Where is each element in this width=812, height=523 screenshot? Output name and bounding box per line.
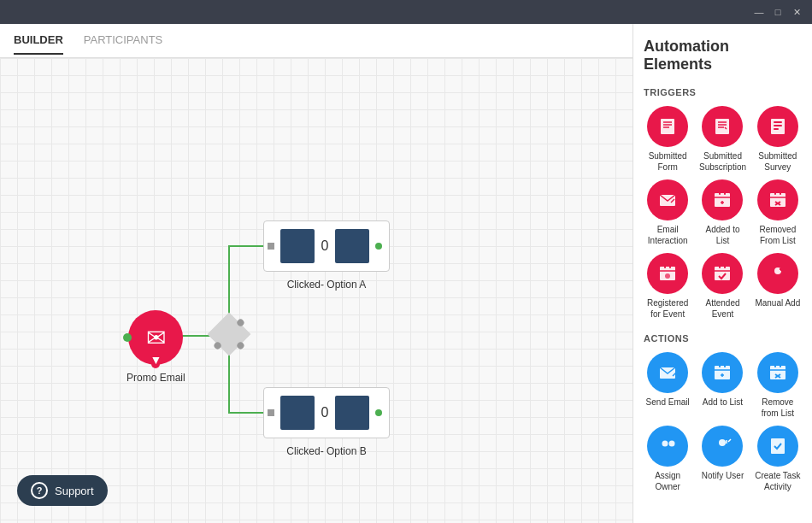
email-interaction-label: Email Interaction: [644, 224, 691, 246]
action-send-email[interactable]: Send Email: [644, 352, 691, 419]
remove-from-list-label: Remove from List: [754, 397, 802, 419]
diamond-dot-bottom: [213, 341, 222, 350]
trigger-registered-for-event[interactable]: Registered for Event: [644, 253, 691, 320]
svg-rect-1: [661, 119, 674, 134]
action-add-to-list[interactable]: Add to List: [698, 352, 746, 419]
removed-from-list-icon: [757, 179, 798, 220]
registered-for-event-icon: [647, 253, 688, 294]
option-b-left-dot: [268, 409, 274, 416]
svg-rect-29: [664, 265, 666, 268]
svg-rect-34: [719, 265, 721, 268]
submitted-survey-label: Submitted Survey: [754, 150, 802, 173]
submitted-survey-icon: [757, 106, 798, 147]
submitted-form-icon: [647, 106, 688, 147]
triggers-section-label: TRIGGERS: [644, 87, 802, 97]
triggers-grid: Submitted Form Submitted Subscription Su…: [644, 106, 802, 320]
option-box-a[interactable]: 0: [263, 220, 390, 272]
option-b-right-seg: [335, 396, 369, 430]
actions-grid: Send Email Add to List Remove from List …: [644, 352, 802, 492]
nav-tabs: BUILDER PARTICIPANTS: [0, 24, 633, 58]
option-a-count: 0: [321, 238, 329, 254]
svg-rect-35: [724, 265, 726, 268]
option-b-right-dot: [375, 409, 382, 416]
svg-rect-5: [715, 119, 729, 134]
trigger-submitted-form[interactable]: Submitted Form: [644, 106, 691, 173]
svg-rect-13: [774, 128, 779, 130]
add-to-list-icon: [702, 352, 743, 393]
sidebar-title: Automation Elements: [644, 38, 802, 73]
email-node[interactable]: ✉ ▼ Promo Email: [127, 310, 185, 384]
option-b-count: 0: [321, 405, 329, 420]
svg-point-55: [669, 441, 675, 447]
diamond-dot-right: [236, 341, 245, 350]
send-email-icon: [647, 352, 688, 393]
create-task-activity-label: Create Task Activity: [754, 470, 802, 492]
assign-owner-label: Assign Owner: [644, 470, 691, 492]
send-email-label: Send Email: [646, 397, 690, 408]
tab-participants[interactable]: PARTICIPANTS: [84, 26, 162, 55]
svg-rect-48: [770, 366, 786, 379]
svg-point-32: [665, 273, 670, 279]
trigger-removed-from-list[interactable]: Removed From List: [754, 179, 802, 246]
registered-for-event-label: Registered for Event: [644, 297, 691, 320]
canvas-area: BUILDER PARTICIPANTS: [0, 24, 633, 523]
trigger-email-interaction[interactable]: Email Interaction: [644, 179, 691, 246]
attended-event-icon: [702, 253, 743, 294]
support-label: Support: [55, 485, 94, 497]
svg-rect-17: [719, 191, 721, 195]
notify-user-label: Notify User: [702, 470, 744, 481]
email-node-icon: ✉ ▼: [128, 310, 183, 365]
svg-rect-49: [774, 364, 776, 367]
title-bar: — □ ✕: [0, 0, 812, 24]
action-assign-owner[interactable]: Assign Owner: [644, 426, 691, 492]
submitted-form-label: Submitted Form: [644, 150, 691, 173]
support-icon: ?: [31, 482, 48, 499]
svg-rect-24: [780, 191, 781, 195]
svg-rect-22: [770, 193, 786, 207]
option-a-right-seg: [335, 229, 369, 263]
trigger-added-to-list[interactable]: Added to List: [698, 179, 746, 246]
minimize-button[interactable]: —: [750, 3, 768, 21]
support-button[interactable]: ? Support: [17, 475, 108, 506]
svg-rect-50: [780, 364, 781, 367]
trigger-submitted-subscription[interactable]: Submitted Subscription: [698, 106, 746, 173]
option-b-left-seg: [280, 396, 315, 430]
email-node-label: Promo Email: [127, 372, 185, 384]
trigger-manual-add[interactable]: Manual Add: [754, 253, 802, 320]
create-task-activity-icon: [757, 426, 798, 467]
tab-builder[interactable]: BUILDER: [14, 26, 63, 55]
canvas[interactable]: ✉ ▼ Promo Email 0 Clicked- Option: [0, 58, 633, 523]
svg-rect-42: [715, 366, 730, 379]
action-remove-from-list[interactable]: Remove from List: [754, 352, 802, 419]
removed-from-list-label: Removed From List: [754, 224, 802, 246]
remove-from-list-icon: [757, 352, 798, 393]
decision-diamond[interactable]: [208, 313, 251, 356]
assign-owner-icon: [647, 426, 688, 467]
actions-section-label: ACTIONS: [644, 333, 802, 344]
option-box-b[interactable]: 0: [263, 387, 390, 438]
svg-point-54: [662, 441, 668, 447]
option-a-label: Clicked- Option A: [263, 279, 390, 291]
option-a-left-dot: [268, 243, 274, 250]
add-to-list-label: Add to List: [703, 397, 743, 408]
trigger-attended-event[interactable]: Attended Event: [698, 253, 746, 320]
trigger-submitted-survey[interactable]: Submitted Survey: [754, 106, 802, 173]
action-create-task-activity[interactable]: Create Task Activity: [754, 426, 802, 492]
email-interaction-icon: [647, 179, 688, 220]
svg-rect-44: [724, 364, 726, 367]
action-notify-user[interactable]: Notify User: [698, 426, 746, 492]
svg-rect-59: [771, 438, 785, 454]
notify-user-icon: [702, 426, 743, 467]
svg-rect-12: [774, 125, 782, 126]
option-a-left-seg: [280, 229, 315, 263]
option-b-label: Clicked- Option B: [263, 445, 390, 457]
svg-rect-43: [719, 364, 721, 367]
svg-rect-16: [715, 193, 730, 207]
svg-rect-18: [724, 191, 726, 195]
svg-line-58: [728, 439, 731, 442]
svg-rect-30: [669, 265, 671, 268]
close-button[interactable]: ✕: [788, 3, 805, 21]
output-dot-left: [123, 333, 132, 342]
diamond-dot-top: [236, 318, 245, 327]
maximize-button[interactable]: □: [769, 3, 786, 21]
